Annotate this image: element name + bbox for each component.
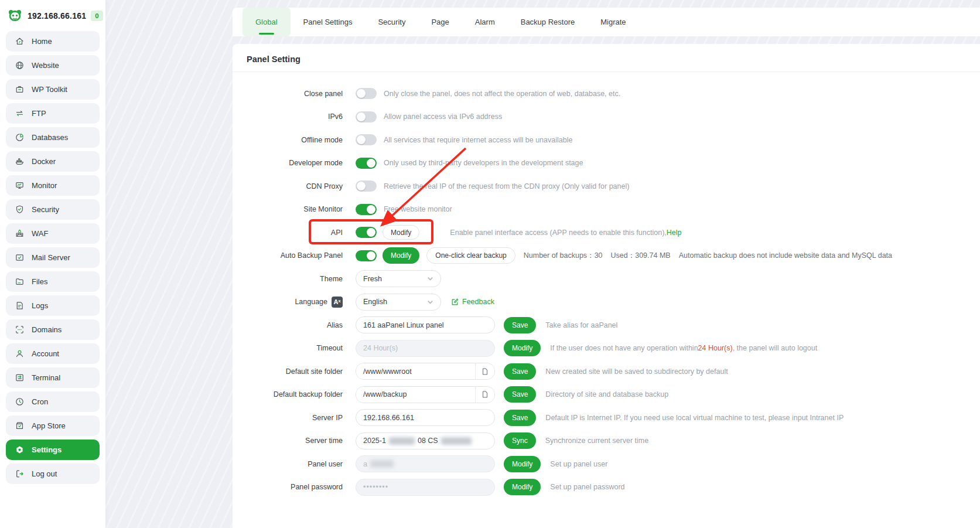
sidebar-item-label: Account (32, 349, 59, 358)
server-time-input[interactable]: 2025-108 CS (356, 432, 495, 449)
sidebar-item-docker[interactable]: Docker (6, 151, 100, 172)
sidebar-item-monitor[interactable]: Monitor (6, 175, 100, 196)
redacted-blur (370, 460, 394, 468)
sidebar-item-terminal[interactable]: Terminal (6, 367, 100, 388)
backup-folder-save-button[interactable]: Save (504, 386, 536, 403)
close-panel-label: Close panel (233, 90, 343, 98)
language-select[interactable]: English (356, 294, 441, 311)
sidebar-item-databases[interactable]: Databases (6, 127, 100, 148)
server-ip-input[interactable] (356, 409, 495, 426)
clear-backup-button[interactable]: One-click clear backup (426, 247, 515, 264)
theme-select[interactable]: Fresh (356, 270, 441, 287)
files-icon (14, 277, 25, 287)
row-theme: Theme Fresh (233, 267, 980, 291)
server-time-desc: Synchronize current server time (545, 437, 648, 445)
aapanel-logo (7, 8, 23, 23)
backup-folder-browse-button[interactable] (475, 387, 494, 403)
sidebar-item-logs[interactable]: Logs (6, 295, 100, 316)
panel-user-desc: Set up panel user (550, 460, 607, 468)
sidebar-item-ftp[interactable]: FTP (6, 103, 100, 124)
domains-icon (14, 325, 25, 335)
server-ip-desc: Default IP is Internet IP. If you need u… (545, 414, 844, 422)
sidebar-item-label: Logs (32, 301, 48, 310)
panel-password-modify-button[interactable]: Modify (504, 479, 541, 495)
sidebar-item-cron[interactable]: Cron (6, 391, 100, 412)
api-modify-button[interactable]: Modify (383, 225, 419, 240)
sidebar-item-label: Website (32, 61, 59, 70)
chevron-down-icon (427, 299, 433, 305)
tab-label: Security (378, 18, 405, 26)
site-folder-input[interactable] (356, 363, 475, 379)
developer-mode-toggle[interactable] (356, 158, 377, 169)
redacted-blur (389, 437, 415, 445)
sidebar-item-mail-server[interactable]: Mail Server (6, 247, 100, 268)
tab-page[interactable]: Page (418, 8, 462, 36)
tab-alarm[interactable]: Alarm (462, 8, 508, 36)
sidebar-item-settings[interactable]: Settings (6, 440, 100, 460)
sidebar-item-log-out[interactable]: Log out (6, 464, 100, 484)
tab-migrate[interactable]: Migrate (588, 8, 638, 36)
site-monitor-toggle[interactable] (356, 204, 377, 215)
panel-user-modify-button[interactable]: Modify (504, 456, 541, 472)
panel-password-input[interactable] (356, 479, 495, 496)
sidebar-item-label: WP Toolkit (32, 85, 67, 94)
alias-label: Alias (233, 321, 343, 329)
site-folder-save-button[interactable]: Save (504, 363, 536, 380)
backup-folder-desc: Directory of site and database backup (545, 390, 668, 398)
tab-label: Page (431, 18, 449, 26)
alias-save-button[interactable]: Save (504, 317, 536, 333)
offline-mode-toggle[interactable] (356, 134, 377, 145)
backup-count: Number of backups：30 (524, 251, 603, 261)
sidebar-item-home[interactable]: Home (6, 31, 100, 52)
security-icon (14, 205, 25, 215)
backup-warning: Automatic backup does not include websit… (679, 251, 892, 260)
site-monitor-label: Site Monitor (233, 205, 343, 213)
auto-backup-modify-button[interactable]: Modify (383, 247, 419, 264)
sidebar-item-security[interactable]: Security (6, 199, 100, 220)
tab-backup-restore[interactable]: Backup Restore (508, 8, 588, 36)
backup-folder-label: Default backup folder (233, 390, 343, 398)
api-toggle[interactable] (356, 227, 377, 238)
server-time-sync-button[interactable]: Sync (504, 432, 536, 449)
website-icon (14, 60, 25, 71)
sidebar-item-waf[interactable]: WAF (6, 223, 100, 244)
backup-folder-input[interactable] (356, 387, 475, 403)
panel-user-input[interactable]: a (356, 455, 495, 472)
cdn-proxy-toggle[interactable] (356, 180, 377, 192)
sidebar-item-label: Cron (32, 397, 48, 406)
close-panel-toggle[interactable] (356, 88, 377, 99)
row-developer-mode: Developer mode Only used by third-party … (233, 152, 980, 175)
tab-label: Panel Settings (303, 18, 353, 26)
panel-setting-card: Panel Setting Close panel Only close the… (233, 44, 980, 528)
tab-security[interactable]: Security (365, 8, 418, 36)
server-ip-save-button[interactable]: Save (504, 410, 536, 426)
theme-label: Theme (233, 275, 343, 283)
api-help-link[interactable]: Help (667, 229, 682, 237)
site-folder-browse-button[interactable] (475, 363, 494, 379)
timeout-modify-button[interactable]: Modify (504, 340, 541, 356)
tab-global[interactable]: Global (243, 8, 291, 36)
row-server-ip: Server IP Save Default IP is Internet IP… (233, 406, 980, 430)
tab-label: Alarm (475, 18, 495, 26)
sidebar-item-account[interactable]: Account (6, 343, 100, 364)
row-site-folder: Default site folder Save New created sit… (233, 360, 980, 383)
home-icon (14, 36, 25, 47)
feedback-link[interactable]: Feedback (450, 298, 494, 306)
sidebar-item-app-store[interactable]: App Store (6, 415, 100, 436)
ipv6-desc: Allow panel access via IPv6 address (384, 113, 502, 121)
tab-panel-settings[interactable]: Panel Settings (291, 8, 366, 36)
developer-mode-desc: Only used by third-party developers in t… (384, 159, 583, 167)
site-folder-label: Default site folder (233, 367, 343, 376)
sidebar-item-website[interactable]: Website (6, 55, 100, 76)
ipv6-toggle[interactable] (356, 111, 377, 122)
sidebar-item-wp-toolkit[interactable]: WP Toolkit (6, 79, 100, 100)
timeout-input[interactable] (356, 340, 495, 357)
sidebar-item-label: Files (32, 277, 47, 286)
alias-input[interactable] (356, 316, 495, 333)
message-count-badge[interactable]: 0 (91, 11, 103, 21)
auto-backup-toggle[interactable] (356, 250, 377, 261)
sidebar-nav: Home Website WP Toolkit FTP Databases (6, 31, 100, 484)
alias-desc: Take alias for aaPanel (545, 321, 617, 329)
sidebar-item-domains[interactable]: Domains (6, 319, 100, 340)
sidebar-item-files[interactable]: Files (6, 271, 100, 292)
